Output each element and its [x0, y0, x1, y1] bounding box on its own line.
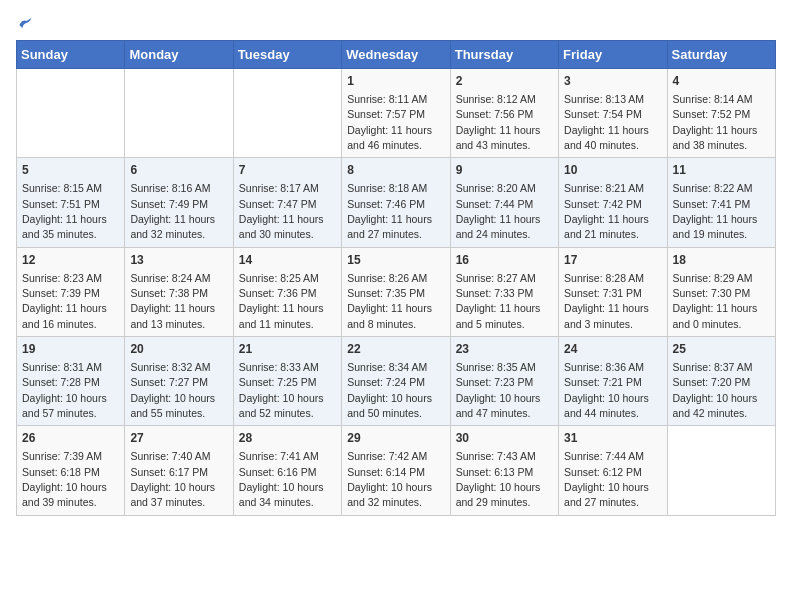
day-number: 29	[347, 430, 444, 447]
day-of-week-header: Friday	[559, 41, 667, 69]
calendar-header-row: SundayMondayTuesdayWednesdayThursdayFrid…	[17, 41, 776, 69]
calendar-day-cell: 8Sunrise: 8:18 AMSunset: 7:46 PMDaylight…	[342, 158, 450, 247]
day-number: 3	[564, 73, 661, 90]
day-of-week-header: Thursday	[450, 41, 558, 69]
day-info: Sunrise: 8:14 AMSunset: 7:52 PMDaylight:…	[673, 93, 758, 151]
day-of-week-header: Saturday	[667, 41, 775, 69]
day-of-week-header: Tuesday	[233, 41, 341, 69]
calendar-day-cell: 22Sunrise: 8:34 AMSunset: 7:24 PMDayligh…	[342, 337, 450, 426]
calendar-day-cell: 28Sunrise: 7:41 AMSunset: 6:16 PMDayligh…	[233, 426, 341, 515]
calendar-day-cell: 29Sunrise: 7:42 AMSunset: 6:14 PMDayligh…	[342, 426, 450, 515]
calendar-day-cell: 30Sunrise: 7:43 AMSunset: 6:13 PMDayligh…	[450, 426, 558, 515]
calendar-day-cell: 16Sunrise: 8:27 AMSunset: 7:33 PMDayligh…	[450, 247, 558, 336]
day-number: 22	[347, 341, 444, 358]
day-number: 25	[673, 341, 770, 358]
day-number: 21	[239, 341, 336, 358]
calendar-day-cell: 7Sunrise: 8:17 AMSunset: 7:47 PMDaylight…	[233, 158, 341, 247]
day-number: 16	[456, 252, 553, 269]
day-info: Sunrise: 8:36 AMSunset: 7:21 PMDaylight:…	[564, 361, 649, 419]
day-number: 24	[564, 341, 661, 358]
calendar-week-row: 5Sunrise: 8:15 AMSunset: 7:51 PMDaylight…	[17, 158, 776, 247]
day-info: Sunrise: 8:11 AMSunset: 7:57 PMDaylight:…	[347, 93, 432, 151]
calendar-day-cell	[17, 69, 125, 158]
page-header	[16, 16, 776, 30]
day-info: Sunrise: 7:39 AMSunset: 6:18 PMDaylight:…	[22, 450, 107, 508]
calendar-day-cell	[125, 69, 233, 158]
calendar-day-cell: 31Sunrise: 7:44 AMSunset: 6:12 PMDayligh…	[559, 426, 667, 515]
day-info: Sunrise: 8:25 AMSunset: 7:36 PMDaylight:…	[239, 272, 324, 330]
day-number: 20	[130, 341, 227, 358]
calendar-day-cell: 10Sunrise: 8:21 AMSunset: 7:42 PMDayligh…	[559, 158, 667, 247]
calendar-day-cell: 12Sunrise: 8:23 AMSunset: 7:39 PMDayligh…	[17, 247, 125, 336]
day-info: Sunrise: 8:22 AMSunset: 7:41 PMDaylight:…	[673, 182, 758, 240]
calendar-week-row: 26Sunrise: 7:39 AMSunset: 6:18 PMDayligh…	[17, 426, 776, 515]
calendar-day-cell: 27Sunrise: 7:40 AMSunset: 6:17 PMDayligh…	[125, 426, 233, 515]
calendar-day-cell: 25Sunrise: 8:37 AMSunset: 7:20 PMDayligh…	[667, 337, 775, 426]
day-of-week-header: Sunday	[17, 41, 125, 69]
day-number: 28	[239, 430, 336, 447]
day-number: 1	[347, 73, 444, 90]
day-info: Sunrise: 8:31 AMSunset: 7:28 PMDaylight:…	[22, 361, 107, 419]
calendar-day-cell: 21Sunrise: 8:33 AMSunset: 7:25 PMDayligh…	[233, 337, 341, 426]
calendar-day-cell: 11Sunrise: 8:22 AMSunset: 7:41 PMDayligh…	[667, 158, 775, 247]
day-info: Sunrise: 8:28 AMSunset: 7:31 PMDaylight:…	[564, 272, 649, 330]
day-number: 31	[564, 430, 661, 447]
calendar-day-cell: 13Sunrise: 8:24 AMSunset: 7:38 PMDayligh…	[125, 247, 233, 336]
day-number: 11	[673, 162, 770, 179]
day-info: Sunrise: 8:21 AMSunset: 7:42 PMDaylight:…	[564, 182, 649, 240]
calendar-day-cell: 2Sunrise: 8:12 AMSunset: 7:56 PMDaylight…	[450, 69, 558, 158]
day-info: Sunrise: 8:26 AMSunset: 7:35 PMDaylight:…	[347, 272, 432, 330]
calendar-day-cell: 1Sunrise: 8:11 AMSunset: 7:57 PMDaylight…	[342, 69, 450, 158]
day-number: 30	[456, 430, 553, 447]
day-info: Sunrise: 7:41 AMSunset: 6:16 PMDaylight:…	[239, 450, 324, 508]
day-info: Sunrise: 8:18 AMSunset: 7:46 PMDaylight:…	[347, 182, 432, 240]
day-number: 14	[239, 252, 336, 269]
day-number: 10	[564, 162, 661, 179]
calendar-day-cell: 24Sunrise: 8:36 AMSunset: 7:21 PMDayligh…	[559, 337, 667, 426]
calendar-table: SundayMondayTuesdayWednesdayThursdayFrid…	[16, 40, 776, 516]
day-number: 23	[456, 341, 553, 358]
day-info: Sunrise: 8:20 AMSunset: 7:44 PMDaylight:…	[456, 182, 541, 240]
day-info: Sunrise: 7:43 AMSunset: 6:13 PMDaylight:…	[456, 450, 541, 508]
calendar-day-cell	[233, 69, 341, 158]
calendar-day-cell: 20Sunrise: 8:32 AMSunset: 7:27 PMDayligh…	[125, 337, 233, 426]
calendar-day-cell	[667, 426, 775, 515]
day-number: 7	[239, 162, 336, 179]
logo	[16, 16, 32, 30]
day-number: 18	[673, 252, 770, 269]
day-info: Sunrise: 8:13 AMSunset: 7:54 PMDaylight:…	[564, 93, 649, 151]
day-info: Sunrise: 8:12 AMSunset: 7:56 PMDaylight:…	[456, 93, 541, 151]
day-info: Sunrise: 8:23 AMSunset: 7:39 PMDaylight:…	[22, 272, 107, 330]
calendar-day-cell: 17Sunrise: 8:28 AMSunset: 7:31 PMDayligh…	[559, 247, 667, 336]
calendar-day-cell: 18Sunrise: 8:29 AMSunset: 7:30 PMDayligh…	[667, 247, 775, 336]
calendar-day-cell: 6Sunrise: 8:16 AMSunset: 7:49 PMDaylight…	[125, 158, 233, 247]
day-number: 8	[347, 162, 444, 179]
day-number: 2	[456, 73, 553, 90]
day-info: Sunrise: 8:16 AMSunset: 7:49 PMDaylight:…	[130, 182, 215, 240]
calendar-day-cell: 19Sunrise: 8:31 AMSunset: 7:28 PMDayligh…	[17, 337, 125, 426]
day-number: 17	[564, 252, 661, 269]
day-info: Sunrise: 8:15 AMSunset: 7:51 PMDaylight:…	[22, 182, 107, 240]
day-number: 26	[22, 430, 119, 447]
day-info: Sunrise: 8:32 AMSunset: 7:27 PMDaylight:…	[130, 361, 215, 419]
day-number: 19	[22, 341, 119, 358]
calendar-day-cell: 23Sunrise: 8:35 AMSunset: 7:23 PMDayligh…	[450, 337, 558, 426]
day-info: Sunrise: 8:29 AMSunset: 7:30 PMDaylight:…	[673, 272, 758, 330]
calendar-day-cell: 26Sunrise: 7:39 AMSunset: 6:18 PMDayligh…	[17, 426, 125, 515]
day-of-week-header: Wednesday	[342, 41, 450, 69]
day-number: 27	[130, 430, 227, 447]
day-info: Sunrise: 8:24 AMSunset: 7:38 PMDaylight:…	[130, 272, 215, 330]
day-info: Sunrise: 8:37 AMSunset: 7:20 PMDaylight:…	[673, 361, 758, 419]
day-info: Sunrise: 8:33 AMSunset: 7:25 PMDaylight:…	[239, 361, 324, 419]
day-info: Sunrise: 7:44 AMSunset: 6:12 PMDaylight:…	[564, 450, 649, 508]
day-number: 15	[347, 252, 444, 269]
day-info: Sunrise: 8:34 AMSunset: 7:24 PMDaylight:…	[347, 361, 432, 419]
calendar-day-cell: 14Sunrise: 8:25 AMSunset: 7:36 PMDayligh…	[233, 247, 341, 336]
day-number: 4	[673, 73, 770, 90]
calendar-day-cell: 5Sunrise: 8:15 AMSunset: 7:51 PMDaylight…	[17, 158, 125, 247]
calendar-week-row: 1Sunrise: 8:11 AMSunset: 7:57 PMDaylight…	[17, 69, 776, 158]
logo-bird-icon	[18, 16, 32, 30]
day-info: Sunrise: 8:35 AMSunset: 7:23 PMDaylight:…	[456, 361, 541, 419]
day-number: 9	[456, 162, 553, 179]
calendar-day-cell: 4Sunrise: 8:14 AMSunset: 7:52 PMDaylight…	[667, 69, 775, 158]
